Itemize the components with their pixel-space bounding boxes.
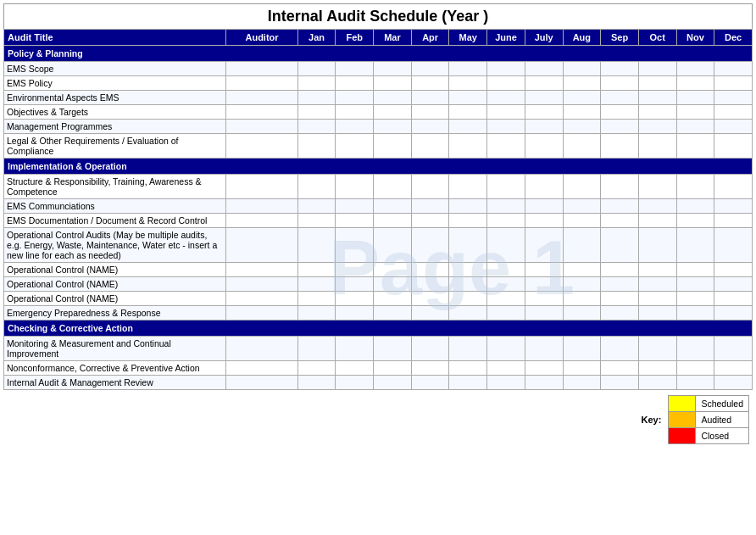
table-row: Operational Control (NAME) (4, 277, 753, 292)
row-month-cell (449, 292, 487, 306)
table-row: Legal & Other Requirements / Evaluation … (4, 134, 753, 159)
row-month-cell (336, 277, 374, 292)
row-month-cell (525, 62, 563, 76)
row-month-cell (449, 91, 487, 105)
key-color-sch (669, 396, 696, 411)
row-month-cell (563, 76, 601, 91)
row-month-cell (297, 105, 336, 120)
row-month-cell (601, 62, 639, 76)
row-month-cell (638, 134, 676, 159)
row-month-cell (563, 199, 601, 214)
row-month-cell (714, 120, 753, 134)
row-month-cell (411, 120, 449, 134)
row-month-cell (297, 337, 336, 361)
table-row: Nonconformance, Corrective & Preventive … (4, 361, 753, 376)
row-month-cell (563, 105, 601, 120)
row-month-cell (525, 263, 563, 277)
row-month-cell (449, 175, 487, 199)
header-mar: Mar (374, 30, 412, 46)
row-month-cell (336, 306, 374, 320)
key-section: Key: Scheduled Audited Closed (3, 395, 749, 444)
row-month-cell (638, 62, 676, 76)
row-month-cell (601, 134, 639, 159)
table-row: Environmental Aspects EMS (4, 91, 753, 105)
row-title: Emergency Preparedness & Response (4, 306, 226, 320)
row-title: Management Programmes (4, 120, 226, 134)
row-month-cell (714, 175, 753, 199)
table-row: Operational Control (NAME) (4, 292, 753, 306)
row-auditor (226, 292, 297, 306)
row-month-cell (638, 228, 676, 263)
row-month-cell (374, 337, 412, 361)
key-item-clo: Closed (669, 428, 748, 443)
row-month-cell (525, 228, 563, 263)
row-month-cell (638, 292, 676, 306)
row-title: Operational Control Audits (May be multi… (4, 228, 226, 263)
section-header-row: Checking & Corrective Action (4, 320, 753, 337)
header-audit-title: Audit Title (4, 30, 226, 46)
table-row: EMS Documentation / Document & Record Co… (4, 214, 753, 228)
row-month-cell (676, 76, 714, 91)
row-month-cell (601, 228, 639, 263)
row-month-cell (676, 62, 714, 76)
page-wrapper: Page 1 Internal Audit Schedule (Year ) A… (0, 0, 756, 535)
section-label: Checking & Corrective Action (4, 320, 753, 337)
row-month-cell (487, 277, 525, 292)
row-month-cell (374, 105, 412, 120)
row-month-cell (714, 62, 753, 76)
row-month-cell (563, 175, 601, 199)
header-apr: Apr (411, 30, 449, 46)
row-month-cell (336, 214, 374, 228)
row-month-cell (374, 76, 412, 91)
row-month-cell (601, 263, 639, 277)
row-month-cell (336, 376, 374, 390)
row-auditor (226, 376, 297, 390)
header-june: June (487, 30, 525, 46)
row-month-cell (411, 62, 449, 76)
row-month-cell (601, 376, 639, 390)
row-auditor (226, 105, 297, 120)
row-month-cell (411, 214, 449, 228)
row-month-cell (336, 134, 374, 159)
key-item-aud: Audited (669, 412, 748, 428)
row-month-cell (374, 91, 412, 105)
row-month-cell (297, 306, 336, 320)
table-row: Operational Control Audits (May be multi… (4, 228, 753, 263)
row-month-cell (297, 361, 336, 376)
row-month-cell (449, 263, 487, 277)
row-month-cell (601, 120, 639, 134)
table-row: Emergency Preparedness & Response (4, 306, 753, 320)
row-month-cell (676, 105, 714, 120)
table-body: Policy & PlanningEMS ScopeEMS PolicyEnvi… (4, 46, 753, 390)
row-month-cell (487, 306, 525, 320)
table-row: Monitoring & Measurement and Continual I… (4, 337, 753, 361)
row-auditor (226, 277, 297, 292)
table-row: Objectives & Targets (4, 105, 753, 120)
header-auditor: Auditor (226, 30, 297, 46)
row-month-cell (411, 228, 449, 263)
row-auditor (226, 214, 297, 228)
row-title: Environmental Aspects EMS (4, 91, 226, 105)
header-oct: Oct (638, 30, 676, 46)
row-month-cell (714, 214, 753, 228)
row-month-cell (487, 292, 525, 306)
row-month-cell (525, 199, 563, 214)
row-auditor (226, 175, 297, 199)
row-month-cell (487, 120, 525, 134)
row-title: EMS Documentation / Document & Record Co… (4, 214, 226, 228)
row-month-cell (714, 306, 753, 320)
row-title: Nonconformance, Corrective & Preventive … (4, 361, 226, 376)
row-title: Operational Control (NAME) (4, 263, 226, 277)
table-row: Structure & Responsibility, Training, Aw… (4, 175, 753, 199)
row-month-cell (525, 91, 563, 105)
table-row: Internal Audit & Management Review (4, 376, 753, 390)
row-month-cell (525, 292, 563, 306)
row-month-cell (449, 105, 487, 120)
row-month-cell (374, 277, 412, 292)
row-month-cell (336, 120, 374, 134)
row-month-cell (714, 337, 753, 361)
row-month-cell (714, 263, 753, 277)
row-month-cell (563, 62, 601, 76)
row-title: Legal & Other Requirements / Evaluation … (4, 134, 226, 159)
row-month-cell (525, 105, 563, 120)
